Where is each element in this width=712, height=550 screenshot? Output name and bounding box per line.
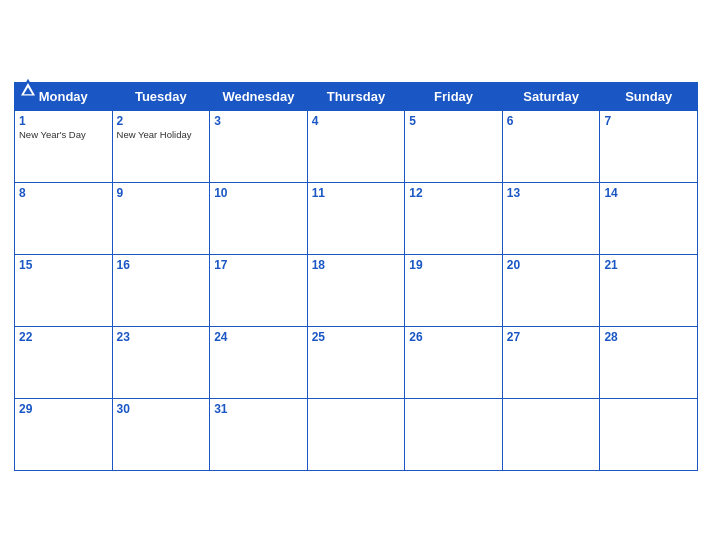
weekday-header-sunday: Sunday xyxy=(600,82,698,110)
calendar-week-row: 891011121314 xyxy=(15,182,698,254)
calendar-day-cell: 2New Year Holiday xyxy=(112,110,210,182)
calendar-table: MondayTuesdayWednesdayThursdayFridaySatu… xyxy=(14,82,698,471)
calendar-day-cell: 26 xyxy=(405,326,503,398)
weekday-header-tuesday: Tuesday xyxy=(112,82,210,110)
day-number: 30 xyxy=(117,402,206,416)
calendar-day-cell: 30 xyxy=(112,398,210,470)
day-number: 4 xyxy=(312,114,401,128)
day-number: 2 xyxy=(117,114,206,128)
calendar-day-cell: 21 xyxy=(600,254,698,326)
day-number: 12 xyxy=(409,186,498,200)
calendar-week-row: 15161718192021 xyxy=(15,254,698,326)
calendar-day-cell: 4 xyxy=(307,110,405,182)
calendar-week-row: 22232425262728 xyxy=(15,326,698,398)
calendar-day-cell: 15 xyxy=(15,254,113,326)
day-number: 9 xyxy=(117,186,206,200)
day-number: 23 xyxy=(117,330,206,344)
calendar-week-row: 1New Year's Day2New Year Holiday34567 xyxy=(15,110,698,182)
day-number: 24 xyxy=(214,330,303,344)
generalblue-logo-icon xyxy=(14,76,42,104)
weekday-header-friday: Friday xyxy=(405,82,503,110)
calendar-day-cell: 14 xyxy=(600,182,698,254)
calendar-week-row: 293031 xyxy=(15,398,698,470)
day-number: 31 xyxy=(214,402,303,416)
calendar-day-cell: 12 xyxy=(405,182,503,254)
calendar-day-cell: 3 xyxy=(210,110,308,182)
calendar-day-cell: 24 xyxy=(210,326,308,398)
day-number: 21 xyxy=(604,258,693,272)
calendar-day-cell: 23 xyxy=(112,326,210,398)
calendar-day-cell xyxy=(502,398,600,470)
day-number: 17 xyxy=(214,258,303,272)
day-number: 29 xyxy=(19,402,108,416)
logo-area xyxy=(14,76,45,104)
calendar-day-cell: 17 xyxy=(210,254,308,326)
calendar-day-cell: 19 xyxy=(405,254,503,326)
day-number: 26 xyxy=(409,330,498,344)
calendar-day-cell: 27 xyxy=(502,326,600,398)
day-number: 14 xyxy=(604,186,693,200)
calendar-thead: MondayTuesdayWednesdayThursdayFridaySatu… xyxy=(15,82,698,110)
calendar-day-cell: 10 xyxy=(210,182,308,254)
calendar-day-cell: 9 xyxy=(112,182,210,254)
calendar-day-cell: 1New Year's Day xyxy=(15,110,113,182)
day-number: 6 xyxy=(507,114,596,128)
weekday-header-thursday: Thursday xyxy=(307,82,405,110)
calendar-day-cell: 25 xyxy=(307,326,405,398)
day-number: 10 xyxy=(214,186,303,200)
day-number: 1 xyxy=(19,114,108,128)
day-event: New Year Holiday xyxy=(117,129,206,140)
day-number: 3 xyxy=(214,114,303,128)
calendar-day-cell: 16 xyxy=(112,254,210,326)
calendar-day-cell: 18 xyxy=(307,254,405,326)
day-number: 8 xyxy=(19,186,108,200)
day-number: 7 xyxy=(604,114,693,128)
day-number: 20 xyxy=(507,258,596,272)
calendar-day-cell: 28 xyxy=(600,326,698,398)
calendar-day-cell: 20 xyxy=(502,254,600,326)
day-number: 11 xyxy=(312,186,401,200)
day-number: 28 xyxy=(604,330,693,344)
calendar-day-cell xyxy=(600,398,698,470)
day-number: 22 xyxy=(19,330,108,344)
day-number: 15 xyxy=(19,258,108,272)
day-number: 25 xyxy=(312,330,401,344)
calendar-day-cell: 7 xyxy=(600,110,698,182)
weekday-header-wednesday: Wednesday xyxy=(210,82,308,110)
calendar-wrapper: MondayTuesdayWednesdayThursdayFridaySatu… xyxy=(0,66,712,485)
calendar-day-cell: 8 xyxy=(15,182,113,254)
calendar-day-cell: 6 xyxy=(502,110,600,182)
day-number: 13 xyxy=(507,186,596,200)
calendar-tbody: 1New Year's Day2New Year Holiday34567891… xyxy=(15,110,698,470)
day-number: 27 xyxy=(507,330,596,344)
calendar-day-cell: 29 xyxy=(15,398,113,470)
weekday-header-row: MondayTuesdayWednesdayThursdayFridaySatu… xyxy=(15,82,698,110)
day-number: 16 xyxy=(117,258,206,272)
calendar-day-cell xyxy=(307,398,405,470)
day-event: New Year's Day xyxy=(19,129,108,140)
weekday-header-saturday: Saturday xyxy=(502,82,600,110)
calendar-day-cell: 5 xyxy=(405,110,503,182)
day-number: 19 xyxy=(409,258,498,272)
day-number: 5 xyxy=(409,114,498,128)
calendar-day-cell xyxy=(405,398,503,470)
calendar-day-cell: 22 xyxy=(15,326,113,398)
calendar-day-cell: 13 xyxy=(502,182,600,254)
day-number: 18 xyxy=(312,258,401,272)
calendar-day-cell: 31 xyxy=(210,398,308,470)
calendar-day-cell: 11 xyxy=(307,182,405,254)
